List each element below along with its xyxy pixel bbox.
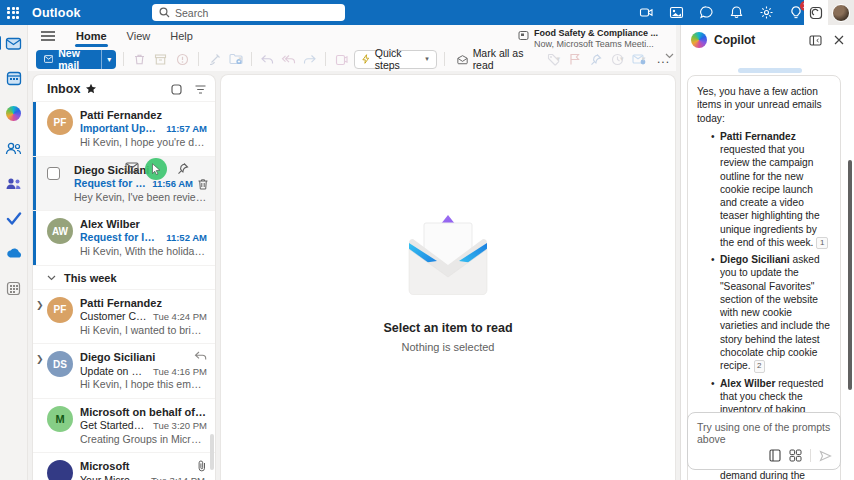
mail-list-scrollbar[interactable] xyxy=(209,105,214,476)
action-item-patti: Patti Fernandez requested that you revie… xyxy=(711,130,831,249)
rail-groups-icon[interactable] xyxy=(4,173,24,193)
click-highlight-cursor xyxy=(145,158,167,180)
rail-mail-icon[interactable] xyxy=(4,33,24,53)
quick-steps-button[interactable]: Quick steps ▾ xyxy=(354,50,436,69)
prompt-placeholder: Try using one of the prompts above xyxy=(697,421,830,445)
copilot-panel-title: Copilot xyxy=(714,33,755,47)
sender-name: Alex Wilber xyxy=(80,217,207,231)
mail-row-microsoft-invoice[interactable]: Microsoft Your Microsoft invoi... Tue 3:… xyxy=(33,452,215,480)
notifications-bell-icon[interactable] xyxy=(728,5,744,21)
chat-icon[interactable] xyxy=(698,5,714,21)
notification-title: Food Safety & Compliance ... xyxy=(534,28,658,39)
sender-avatar: DS xyxy=(47,351,73,377)
subject: Request for Website ... xyxy=(74,177,146,191)
meeting-icon xyxy=(518,30,529,41)
sender-avatar: PF xyxy=(47,297,73,323)
collapse-ribbon-icon[interactable] xyxy=(665,53,674,59)
copilot-lab-icon[interactable] xyxy=(789,449,802,462)
copilot-prompt-input[interactable]: Try using one of the prompts above xyxy=(687,412,841,470)
received-time: 11:57 AM xyxy=(166,123,207,135)
mail-row-diego-website-request[interactable]: Diego Siciliani Request for Website ... … xyxy=(33,156,215,211)
expand-panel-icon[interactable] xyxy=(809,35,822,46)
section-this-week[interactable]: This week xyxy=(33,265,215,289)
meet-now-icon[interactable] xyxy=(638,5,654,21)
copilot-logo-icon xyxy=(691,32,707,48)
snooze-icon[interactable]: ▾ xyxy=(609,49,626,69)
mail-row-patti-important-update[interactable]: PF Patti Fernandez Important Update on .… xyxy=(33,101,215,156)
account-avatar[interactable] xyxy=(828,0,854,25)
mail-row-microsoft-get-started[interactable]: M Microsoft on behalf of your orga... Ge… xyxy=(33,398,215,453)
favorite-star-icon[interactable] xyxy=(85,83,97,95)
pin-icon[interactable] xyxy=(588,49,605,69)
subject: Important Update on ... xyxy=(80,122,160,136)
delete-hover-icon[interactable] xyxy=(197,178,209,191)
preview-text: Hi Kevin, With the holiday season... xyxy=(80,245,207,259)
select-email-checkbox[interactable] xyxy=(47,167,60,180)
topbar: Outlook Search 1 xyxy=(0,0,854,25)
reply-icon[interactable] xyxy=(259,49,276,69)
sweep-icon[interactable] xyxy=(206,49,223,69)
hamburger-menu-icon[interactable] xyxy=(36,27,60,45)
sender-name: Microsoft xyxy=(80,459,207,473)
mark-read-hover-icon[interactable] xyxy=(125,162,139,174)
profile-photo xyxy=(832,4,850,22)
received-time: Tue 4:16 PM xyxy=(153,366,207,378)
mail-row-patti-customer-complaint[interactable]: ❯ PF Patti Fernandez Customer Complain..… xyxy=(33,289,215,344)
delete-icon[interactable] xyxy=(131,49,148,69)
received-time: Tue 3:14 PM xyxy=(151,475,205,480)
new-mail-dropdown-icon[interactable]: ▾ xyxy=(101,50,116,69)
ribbon: Home View Help Food Safety & Compliance … xyxy=(28,25,676,71)
copilot-toggle-icon[interactable] xyxy=(804,0,828,25)
flag-icon[interactable] xyxy=(566,49,583,69)
rail-copilot-icon[interactable] xyxy=(4,103,24,123)
close-copilot-icon[interactable] xyxy=(834,35,844,45)
app-launcher-icon[interactable] xyxy=(0,0,26,25)
action-item-diego: Diego Siciliani asked you to update the … xyxy=(711,253,831,372)
preview-text: Creating Groups in Microsoft 365... xyxy=(80,433,207,447)
new-mail-button[interactable]: New mail ▾ xyxy=(36,50,116,69)
rail-calendar-icon[interactable] xyxy=(4,68,24,88)
reference-2-badge[interactable]: 2 xyxy=(754,360,765,372)
preview-text: Hi Kevin, I wanted to bring somet... xyxy=(80,324,207,338)
subject: Get Started with Em... xyxy=(80,419,147,433)
share-to-teams-icon[interactable] xyxy=(333,49,350,69)
media-icon[interactable] xyxy=(668,5,684,21)
tab-view[interactable]: View xyxy=(117,27,161,45)
report-icon[interactable] xyxy=(174,49,191,69)
rail-people-icon[interactable] xyxy=(4,138,24,158)
categorize-tag-icon[interactable]: ▾ xyxy=(545,49,562,69)
copilot-scrollbar[interactable] xyxy=(848,160,852,390)
empty-state-title: Select an item to read xyxy=(383,321,512,335)
move-to-folder-icon[interactable]: ▾ xyxy=(227,49,244,69)
read-unread-icon[interactable]: ▾ xyxy=(630,49,647,69)
tab-home[interactable]: Home xyxy=(66,27,117,45)
mark-read-icon xyxy=(457,54,468,65)
settings-gear-icon[interactable] xyxy=(758,5,774,21)
archive-icon[interactable] xyxy=(152,49,169,69)
lightning-icon xyxy=(362,53,369,65)
sender-avatar: PF xyxy=(47,109,73,135)
send-icon[interactable] xyxy=(819,450,832,462)
pin-hover-icon[interactable] xyxy=(177,162,189,174)
tips-bulb-icon[interactable]: 1 xyxy=(788,5,804,21)
reference-1-badge[interactable]: 1 xyxy=(816,237,827,249)
expand-thread-icon[interactable]: ❯ xyxy=(36,300,44,310)
rail-onedrive-icon[interactable] xyxy=(4,243,24,263)
select-all-icon[interactable] xyxy=(169,82,183,96)
mail-row-diego-cookie-update[interactable]: ❯ DS Diego Siciliani Update on Cookie S.… xyxy=(33,343,215,398)
search-input[interactable]: Search xyxy=(152,4,345,21)
paperclip-icon xyxy=(197,460,207,472)
forward-icon[interactable] xyxy=(301,49,318,69)
prompt-guide-icon[interactable] xyxy=(769,449,781,462)
mark-all-read-button[interactable]: Mark all as read xyxy=(452,47,542,71)
rail-todo-icon[interactable] xyxy=(4,208,24,228)
mail-row-alex-inventory-request[interactable]: AW Alex Wilber Request for Inventory... … xyxy=(33,210,215,265)
reply-all-icon[interactable] xyxy=(280,49,297,69)
meeting-notification[interactable]: Food Safety & Compliance ... Now, Micros… xyxy=(518,28,658,51)
filter-icon[interactable] xyxy=(193,82,207,96)
tab-help[interactable]: Help xyxy=(160,27,203,45)
replied-arrow-icon xyxy=(194,351,207,361)
expand-thread-icon[interactable]: ❯ xyxy=(36,354,44,364)
rail-more-apps-icon[interactable] xyxy=(4,278,24,298)
sender-name: Patti Fernandez xyxy=(80,296,207,310)
